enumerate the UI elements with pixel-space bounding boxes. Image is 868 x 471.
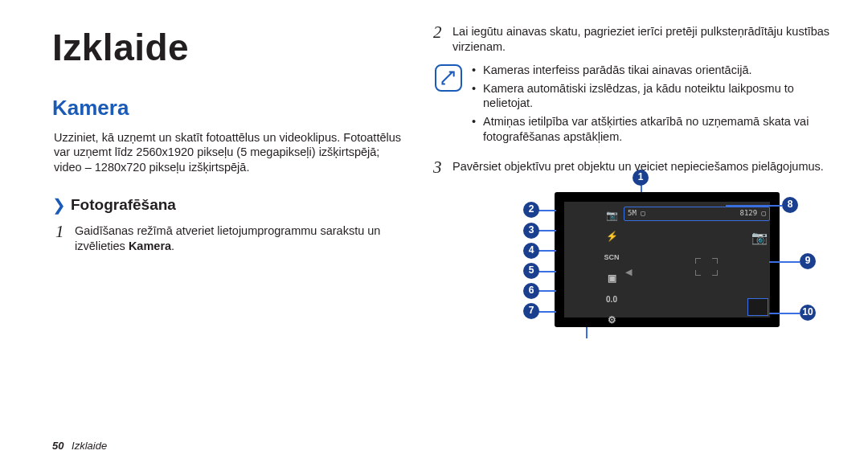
camera-top-bar: 5M ▢ 8129 ▢: [624, 207, 770, 221]
note-item: Kameras interfeiss parādās tikai ainavas…: [472, 63, 832, 78]
callout-5: 5: [523, 263, 539, 279]
note-block: Kameras interfeiss parādās tikai ainavas…: [435, 63, 832, 148]
callout-7: 7: [523, 303, 539, 319]
gallery-thumbnail: [747, 298, 768, 316]
ev-value: 0.0: [603, 292, 620, 308]
callout-6: 6: [523, 283, 539, 299]
expand-arrow-icon: ◀: [625, 266, 632, 277]
flash-icon: ⚡: [603, 229, 620, 245]
note-list: Kameras interfeiss parādās tikai ainavas…: [472, 63, 832, 148]
step-2: 2 Lai iegūtu ainavas skatu, pagrieziet i…: [430, 24, 832, 55]
sub-heading: Fotografēšana: [71, 195, 176, 215]
note-item: Kamera automātiski izslēdzas, ja kādu no…: [472, 81, 832, 112]
page-number: 50: [52, 440, 63, 452]
camera-left-toolbar: 📷 ⚡ SCN ▣ 0.0 ⚙: [603, 208, 620, 329]
step1-text-b: Kamera: [129, 240, 171, 252]
chevron-right-icon: ❯: [52, 195, 66, 215]
step-1: 1 Gaidīšanas režīmā atveriet lietojumpro…: [52, 223, 402, 254]
section-heading: Kamera: [52, 95, 402, 122]
step1-text-c: .: [171, 240, 174, 252]
step-number: 1: [55, 223, 67, 254]
callout-10: 10: [800, 305, 816, 321]
step-number: 2: [433, 24, 444, 55]
page-title: Izklaide: [52, 24, 402, 72]
section-name: Izklaide: [72, 440, 107, 452]
note-item: Atmiņas ietilpība var atšķirties atkarīb…: [472, 114, 832, 145]
settings-icon: ⚙: [603, 313, 620, 329]
camera-preview-diagram: 5M ▢ 8129 ▢ 📷 ⚡ SCN ▣ 0.0 ⚙ ◀ 📷: [510, 184, 832, 349]
callout-2: 2: [523, 202, 539, 218]
exposure-mode-icon: ▣: [603, 271, 620, 287]
step-number: 3: [433, 159, 444, 176]
intro-text: Uzziniet, kā uzņemt un skatīt fotoattēlu…: [52, 130, 402, 176]
note-icon: [435, 64, 462, 92]
scene-icon: SCN: [603, 250, 620, 266]
shutter-icon: 📷: [751, 229, 768, 247]
camera-mode-icon: 📷: [603, 208, 620, 224]
step-3: 3 Pavērsiet objektīvu pret objektu un ve…: [430, 159, 832, 176]
step-body: Lai iegūtu ainavas skatu, pagrieziet ier…: [452, 24, 832, 55]
step-body: Gaidīšanas režīmā atveriet lietojumprogr…: [75, 223, 402, 254]
callout-4: 4: [523, 243, 539, 259]
step1-text-a: Gaidīšanas režīmā atveriet lietojumprogr…: [75, 224, 380, 252]
focus-indicator: [695, 258, 718, 276]
callout-1: 1: [633, 170, 649, 186]
shots-remaining: 8129 ▢: [739, 209, 766, 219]
callout-3: 3: [523, 223, 539, 239]
callout-9: 9: [800, 253, 816, 269]
page-footer: 50 Izklaide: [52, 440, 107, 453]
resolution-indicator: 5M ▢: [628, 209, 645, 219]
callout-8: 8: [782, 197, 798, 213]
camera-screen: 5M ▢ 8129 ▢ 📷 ⚡ SCN ▣ 0.0 ⚙ ◀ 📷: [555, 192, 780, 327]
